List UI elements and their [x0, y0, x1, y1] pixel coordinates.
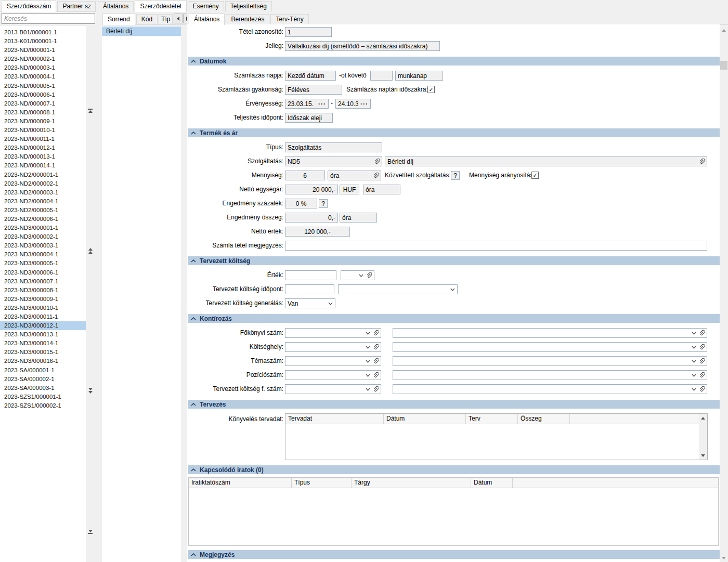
paperclip-icon[interactable]: [373, 159, 380, 165]
mennyiseg-field[interactable]: 6: [285, 171, 325, 180]
contract-list-item[interactable]: 2023-ND3/000006-1: [0, 268, 86, 277]
tervezett-koltseg-generalas-combo[interactable]: Van: [285, 298, 335, 308]
tab-tipus[interactable]: Típ: [159, 14, 173, 24]
munkanap-field[interactable]: munkanap: [395, 71, 443, 81]
tab-kod[interactable]: Kód: [136, 14, 158, 24]
contract-list-item[interactable]: 2023-ND/000014-1: [0, 161, 86, 170]
egysegar-unit-field[interactable]: óra: [363, 185, 400, 194]
netto-egysegar-field[interactable]: 20 000,-: [285, 185, 338, 194]
engedmeny-osszeg-field[interactable]: 0,-: [285, 213, 338, 223]
engedmeny-unit-field[interactable]: óra: [340, 213, 377, 223]
column-header-osszeg[interactable]: Összeg: [518, 414, 570, 424]
szamlazas-offset-field[interactable]: [370, 71, 393, 81]
contract-list-item[interactable]: 2023-ND3/000011-1: [0, 312, 86, 321]
tervadat-grid-scrollbar[interactable]: [699, 414, 707, 460]
date-picker-button[interactable]: ···: [318, 100, 326, 108]
contract-list-item[interactable]: 2023-ND/000001-1: [0, 46, 86, 55]
column-header-tervadat[interactable]: Tervadat: [285, 414, 384, 424]
pozicioszam-combo[interactable]: [285, 370, 381, 380]
tetel-list-item[interactable]: Bérleti díj: [102, 27, 181, 36]
tab-detail-altalanos[interactable]: Általános: [189, 14, 225, 25]
form-scrollbar[interactable]: [720, 26, 728, 562]
tab-esemeny[interactable]: Esemény: [188, 1, 224, 11]
section-kontirozas[interactable]: Kontírozás: [188, 314, 721, 323]
column-header-targy[interactable]: Tárgy: [352, 478, 471, 488]
grid-scroll-up-button[interactable]: [699, 414, 707, 422]
tab-berendezes[interactable]: Berendezés: [226, 14, 269, 24]
contract-list-item[interactable]: 2023-ND/000002-1: [0, 55, 86, 63]
paperclip-icon[interactable]: [372, 344, 379, 350]
contract-list-item[interactable]: 2013-B01/000001-1: [0, 28, 86, 37]
paperclip-icon[interactable]: [698, 159, 705, 165]
contract-list-item[interactable]: 2023-ND2/000003-1: [0, 188, 86, 197]
tab-terv-teny[interactable]: Terv-Tény: [270, 14, 308, 24]
scroll-to-top-button[interactable]: [86, 107, 95, 115]
contract-list-item[interactable]: 2023-ND/000004-1: [0, 72, 86, 81]
koltseghely-name-combo[interactable]: [393, 342, 707, 352]
contract-list-item[interactable]: 2023-ND3/000010-1: [0, 304, 86, 312]
fokonyvi-szam-name-combo[interactable]: [393, 328, 707, 338]
contract-list-item[interactable]: 2023-ND/000003-1: [0, 63, 86, 72]
contract-list-item[interactable]: 2023-SA/000002-1: [0, 375, 86, 384]
ertek-field[interactable]: [285, 270, 336, 280]
contract-list-item[interactable]: 2023-ND3/000002-1: [0, 232, 86, 241]
paperclip-icon[interactable]: [698, 344, 705, 350]
contract-list-item[interactable]: 2023-ND/000013-1: [0, 152, 86, 161]
paperclip-icon[interactable]: [698, 330, 705, 336]
engedmeny-szazalek-field[interactable]: 0 %: [285, 199, 317, 208]
contract-list-item[interactable]: 2023-ND3/000008-1: [0, 286, 86, 295]
contract-list-item[interactable]: 2023-ND3/000007-1: [0, 277, 86, 286]
mennyiseg-unit-field[interactable]: óra: [328, 171, 381, 180]
section-datumok[interactable]: Dátumok: [188, 57, 721, 66]
contract-list-item[interactable]: 2023-ND2/000004-1: [0, 197, 86, 206]
szamlazas-napja-field[interactable]: Kezdő dátum: [285, 71, 336, 81]
column-header-datum[interactable]: Dátum: [471, 478, 513, 488]
contract-list-item[interactable]: 2023-SZS1/000001-1: [0, 393, 86, 401]
date-picker-button[interactable]: ···: [360, 100, 368, 108]
column-header-datum[interactable]: Dátum: [384, 414, 466, 424]
form-scrollbar-thumb[interactable]: [720, 61, 727, 70]
naptari-idoszak-checkbox[interactable]: ✓: [427, 86, 435, 93]
contract-list-item[interactable]: 2023-ND/000008-1: [0, 108, 86, 117]
tab-szerzodestetel[interactable]: Szerződéstétel: [135, 1, 186, 12]
paperclip-icon[interactable]: [372, 358, 379, 364]
ertek-unit-combo[interactable]: [341, 270, 374, 280]
paperclip-icon[interactable]: [698, 386, 705, 393]
szamlazasi-gyakorisag-field[interactable]: Féléves: [285, 85, 342, 95]
engedmeny-help-box[interactable]: ?: [319, 199, 328, 208]
contract-list-item[interactable]: 2023-ND3/000003-1: [0, 241, 86, 250]
contract-list-item[interactable]: 2013-K01/000001-1: [0, 37, 86, 46]
contract-list-item[interactable]: 2023-ND3/000014-1: [0, 339, 86, 348]
tipus-field[interactable]: Szolgáltatás: [285, 142, 382, 152]
paperclip-icon[interactable]: [698, 372, 705, 378]
paperclip-icon[interactable]: [372, 330, 379, 336]
temaszam-name-combo[interactable]: [393, 356, 707, 366]
contract-list-item[interactable]: 2023-ND3/000001-1: [0, 224, 86, 232]
ervenyesseg-to-field[interactable]: 24.10.31. ···: [335, 99, 371, 109]
contract-list-item[interactable]: 2023-SA/000003-1: [0, 384, 86, 393]
currency-field[interactable]: HUF: [340, 185, 359, 194]
tervezett-koltseg-idopont-field[interactable]: [285, 284, 334, 294]
pozicioszam-name-combo[interactable]: [393, 370, 707, 380]
contract-list-item[interactable]: 2023-ND3/000013-1: [0, 330, 86, 339]
szamla-tetel-megjegyzes-field[interactable]: [285, 241, 707, 251]
section-kapcsolodo-iratok[interactable]: Kapcsolódó iratok (0): [188, 465, 721, 474]
temaszam-combo[interactable]: [285, 356, 381, 366]
scroll-to-bottom-button[interactable]: [86, 528, 95, 536]
scroll-page-down-button[interactable]: [86, 386, 95, 395]
grid-scroll-down-button[interactable]: [699, 452, 707, 459]
section-tervezes[interactable]: Tervezés: [188, 400, 721, 409]
contract-list-item[interactable]: 2023-SA/000001-1: [0, 366, 86, 375]
paperclip-icon[interactable]: [366, 272, 372, 279]
contract-list-item[interactable]: 2023-ND3/000009-1: [0, 295, 86, 304]
contract-list-item[interactable]: 2023-ND/000006-1: [0, 90, 86, 99]
paperclip-icon[interactable]: [698, 358, 705, 364]
contract-list-item[interactable]: 2023-ND/000005-1: [0, 82, 86, 90]
tab-teljesitettseg[interactable]: Teljesítettség: [225, 1, 272, 11]
contract-list-item[interactable]: 2023-ND3/000016-1: [0, 357, 86, 365]
paperclip-icon[interactable]: [372, 386, 379, 393]
kozvetitett-checkbox[interactable]: ?: [451, 171, 460, 180]
column-header-iratiktatoszam[interactable]: Iratiktatószám: [189, 478, 292, 488]
contract-list-item[interactable]: 2023-ND/000010-1: [0, 126, 86, 135]
contract-list-item[interactable]: 2023-ND/000007-1: [0, 99, 86, 108]
